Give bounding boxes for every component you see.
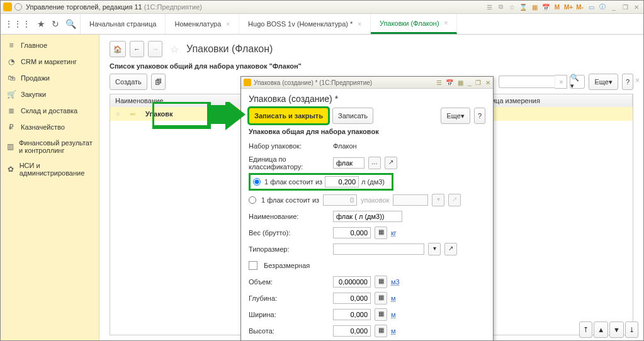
tool-icon[interactable]: ☰ (485, 3, 494, 11)
option2-radio[interactable] (249, 196, 256, 204)
weight-input[interactable] (333, 227, 371, 238)
app-window: Управление торговлей, редакция 11 (1С:Пр… (0, 0, 644, 341)
page-close-icon[interactable]: × (635, 76, 640, 85)
width-input[interactable] (333, 309, 371, 320)
tool-icon[interactable]: 📅 (541, 3, 550, 11)
dlg-tool-icon[interactable]: ☰ (436, 79, 442, 86)
nav-first-button[interactable]: ⤒ (579, 321, 592, 338)
nav-last-button[interactable]: ⤓ (625, 321, 638, 338)
sidebar-item-warehouse[interactable]: ≣Склад и доставка (1, 103, 99, 119)
tool-icon[interactable]: ☆ (507, 3, 516, 11)
open-link-icon[interactable]: ↗ (385, 157, 397, 169)
back-button[interactable]: ← (130, 41, 144, 57)
tab-close-icon[interactable]: × (444, 20, 448, 26)
search-go-button[interactable]: 🔍 ▾ (570, 75, 585, 89)
m-minus-icon[interactable]: M- (575, 3, 584, 11)
option1-unit: л (дм3) (361, 178, 385, 186)
restore-icon[interactable]: ❐ (621, 3, 630, 11)
type-input[interactable] (333, 243, 424, 255)
minimize-icon[interactable]: _ (609, 3, 618, 11)
nav-down-button[interactable]: ▼ (609, 321, 624, 338)
tool-icon[interactable]: ⌛ (519, 3, 528, 11)
option1-value-input[interactable] (325, 176, 359, 187)
calc-icon[interactable]: ▦ (375, 308, 387, 321)
calc-icon[interactable]: ▦ (375, 292, 387, 305)
history-icon[interactable]: ↻ (52, 19, 59, 29)
tab-home[interactable]: Начальная страница (81, 14, 166, 34)
tool-icon[interactable]: ▭ (587, 3, 596, 11)
dlg-minimize-icon[interactable]: _ (468, 79, 472, 86)
class-input[interactable] (333, 157, 364, 169)
dimless-checkbox[interactable] (249, 261, 257, 270)
calc-icon[interactable]: ▦ (375, 325, 387, 337)
tabstrip: ⋮⋮⋮ ★ ↻ 🔍 Начальная страница Номенклатур… (1, 14, 643, 35)
tab-close-icon[interactable]: × (226, 21, 230, 28)
copy-button[interactable]: 🗐 (151, 74, 166, 90)
option1-radio[interactable] (253, 178, 261, 186)
dropdown-icon[interactable]: ▾ (428, 243, 441, 255)
dialog-more-button[interactable]: Еще ▾ (441, 108, 470, 124)
search-icon[interactable]: 🔍 (65, 19, 76, 29)
create-button[interactable]: Создать (110, 74, 147, 90)
tool-icon[interactable]: ⧉ (496, 3, 505, 11)
app-icon (3, 3, 12, 11)
option2-unit: упаковок (361, 196, 389, 204)
depth-input[interactable] (333, 293, 371, 304)
up-button[interactable]: 🏠 (110, 41, 126, 57)
save-close-button[interactable]: Записать и закрыть (249, 108, 329, 124)
money-icon: ₽ (7, 123, 16, 131)
weight-unit[interactable]: кг (391, 229, 397, 237)
sidebar-item-purchases[interactable]: 🛒Закупки (1, 86, 99, 103)
tab-close-icon[interactable]: × (358, 21, 361, 28)
calc-icon[interactable]: ▦ (375, 226, 387, 239)
tab-packages[interactable]: Упаковки (Флакон)× (371, 14, 457, 34)
ellipsis-button[interactable]: … (368, 157, 381, 169)
info-icon[interactable]: ⓘ (598, 3, 607, 11)
star-icon[interactable]: ★ (37, 19, 45, 29)
depth-unit[interactable]: м (391, 294, 396, 302)
tab-nomenclature[interactable]: Номенклатура× (166, 14, 239, 34)
sidebar-item-crm[interactable]: ◔CRM и маркетинг (1, 53, 99, 70)
apps-icon[interactable]: ⋮⋮⋮ (4, 19, 31, 29)
height-input[interactable] (333, 325, 371, 337)
row-name: Упаковк (140, 110, 178, 118)
dlg-close-icon[interactable]: ✕ (485, 79, 490, 86)
width-unit[interactable]: м (391, 311, 396, 318)
tab-hugo-boss[interactable]: Hugo BOSS 1v (Номенклатура) *× (239, 14, 371, 34)
col-unit[interactable]: Единица измерения (470, 94, 633, 107)
package-dialog: Упаковка (создание) * (1С:Предприятие) ☰… (240, 76, 494, 341)
height-unit[interactable]: м (391, 327, 396, 335)
m-icon[interactable]: M (553, 3, 562, 11)
vol-unit[interactable]: м3 (391, 278, 400, 286)
dialog-help-button[interactable]: ? (474, 108, 485, 124)
calc-icon[interactable]: ▦ (375, 276, 387, 288)
search-input[interactable] (499, 75, 555, 88)
help-button[interactable]: ? (622, 74, 633, 90)
dlg-tool-icon[interactable]: 📅 (446, 79, 453, 86)
name-input[interactable] (333, 211, 402, 222)
dlg-tool-icon[interactable]: ▦ (458, 79, 463, 86)
name-label: Наименование: (249, 213, 329, 220)
weight-label: Вес (брутто): (249, 229, 329, 237)
sidebar-item-admin[interactable]: ✿НСИ и администрирование (1, 158, 99, 181)
sidebar-item-treasury[interactable]: ₽Казначейство (1, 119, 99, 135)
sidebar-item-sales[interactable]: 🛍Продажи (1, 70, 99, 86)
open-link-icon[interactable]: ↗ (444, 243, 457, 255)
page-title: Упаковки (Флакон) (186, 43, 273, 55)
set-label: Набор упаковок: (249, 142, 329, 150)
save-button[interactable]: Записать (332, 108, 373, 124)
status-dot-icon (14, 3, 22, 11)
favorite-icon[interactable]: ☆ (170, 43, 179, 55)
nav-up-button[interactable]: ▲ (594, 321, 608, 338)
footer-nav: ⤒ ▲ ▼ ⤓ (579, 321, 638, 338)
tool-icon[interactable]: ▦ (530, 3, 539, 11)
forward-button[interactable]: → (148, 41, 162, 57)
clear-search-icon[interactable]: × (555, 75, 567, 89)
dlg-maximize-icon[interactable]: ❐ (475, 79, 481, 86)
vol-input[interactable] (333, 276, 371, 288)
sidebar-item-finance[interactable]: ▥Финансовый результат и контроллинг (1, 135, 99, 158)
more-button[interactable]: Еще ▾ (589, 74, 618, 90)
sidebar-item-main[interactable]: ≡Главное (1, 37, 99, 53)
m-plus-icon[interactable]: M+ (564, 3, 573, 11)
close-icon[interactable]: ✕ (632, 3, 641, 11)
